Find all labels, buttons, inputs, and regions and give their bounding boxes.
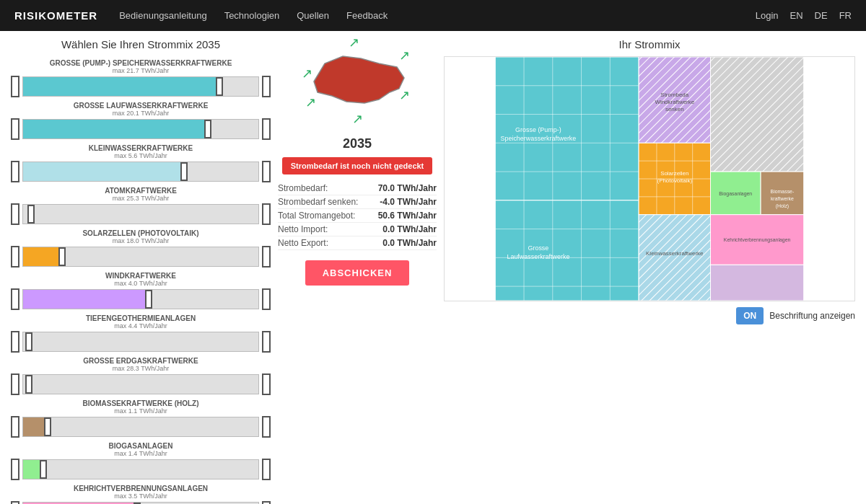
slider-sub-biomasse: max 1.1 TWh/Jahr: [11, 407, 271, 415]
nav-login[interactable]: Login: [756, 10, 779, 21]
slider-sub-kehrricht: max 3.5 TWh/Jahr: [11, 492, 271, 500]
slider-bar-solar[interactable]: [22, 247, 259, 267]
slider-label-klein: KLEINWASSERKRAFTWERKE: [11, 144, 271, 152]
svg-rect-49: [711, 57, 804, 172]
svg-text:↗: ↗: [305, 95, 316, 110]
slider-track-tief: [11, 331, 271, 353]
slider-bar-biogas[interactable]: [22, 459, 259, 479]
slider-thumb-pump[interactable]: [216, 77, 223, 96]
slider-label-biomasse: BIOMASSEKRAFTWERKE (HOLZ): [11, 399, 271, 407]
treemap-svg: Grosse (Pump-) Speicherwasserkraftwerke …: [445, 57, 854, 301]
slider-label-lauf: GROSSE LAUFWASSERKRAFTWERKE: [11, 102, 271, 110]
slider-handle-right-atom[interactable]: [262, 203, 271, 225]
svg-text:(Photovoltaik): (Photovoltaik): [657, 177, 693, 184]
slider-handle-right-wind[interactable]: [262, 288, 271, 310]
slider-bar-atom[interactable]: [22, 204, 259, 224]
slider-handle-right-lauf[interactable]: [262, 118, 271, 140]
slider-handle-left-erdgas[interactable]: [11, 373, 19, 395]
center-panel: ↗ ↗ ↗ ↗ ↗ ↗ 2035 Strombedarf ist noch ni…: [278, 38, 437, 504]
svg-rect-58: [711, 265, 804, 301]
slider-handle-right-tief[interactable]: [262, 331, 271, 353]
slider-handle-left-klein[interactable]: [11, 161, 19, 182]
slider-bar-pump[interactable]: [22, 76, 259, 97]
slider-thumb-biomasse[interactable]: [44, 417, 51, 436]
svg-text:Kehrichtverbrennungsanlagen: Kehrichtverbrennungsanlagen: [724, 237, 791, 243]
slider-sub-wind: max 4.0 TWh/Jahr: [11, 280, 271, 287]
slider-handle-left-pump[interactable]: [11, 76, 19, 97]
slider-thumb-tief[interactable]: [25, 332, 32, 351]
slider-handle-left-biogas[interactable]: [11, 459, 19, 480]
slider-thumb-wind[interactable]: [145, 290, 152, 309]
slider-handle-left-atom[interactable]: [11, 203, 19, 225]
slider-handle-left-wind[interactable]: [11, 288, 19, 310]
slider-handle-right-pump[interactable]: [262, 76, 271, 97]
stats-label-3: Netto Import:: [278, 224, 328, 234]
slider-thumb-erdgas[interactable]: [25, 375, 32, 394]
treemap-container: Grosse (Pump-) Speicherwasserkraftwerke …: [444, 56, 855, 301]
stats-label-1: Strombedarf senken:: [278, 197, 358, 207]
slider-thumb-atom[interactable]: [27, 205, 35, 224]
svg-text:Windkraftwerke: Windkraftwerke: [655, 99, 694, 105]
stats-value-3: 0.0 TWh/Jahr: [382, 224, 437, 234]
stats-row-3: Netto Import: 0.0 TWh/Jahr: [278, 223, 437, 236]
nav-lang-en[interactable]: EN: [790, 10, 803, 21]
slider-handle-right-biogas[interactable]: [262, 459, 271, 480]
stats-label-0: Strombedarf:: [278, 183, 328, 193]
stats-row-1: Strombedarf senken: -4.0 TWh/Jahr: [278, 195, 437, 209]
slider-handle-left-biomasse[interactable]: [11, 416, 19, 438]
submit-button[interactable]: ABSCHICKEN: [305, 260, 410, 286]
nav-lang-fr[interactable]: FR: [839, 10, 852, 21]
svg-text:Grosse (Pump-): Grosse (Pump-): [515, 126, 561, 133]
slider-sub-klein: max 5.6 TWh/Jahr: [11, 152, 271, 159]
on-toggle-right[interactable]: ON: [736, 307, 764, 324]
nav-quellen[interactable]: Quellen: [297, 10, 329, 21]
slider-label-kehrricht: KEHRICHTVERBRENNUNGSANLAGEN: [11, 485, 271, 492]
right-panel: Ihr Strommix Grosse (Pump-) Speicherwass…: [444, 38, 855, 504]
slider-handle-right-kehrricht[interactable]: [262, 501, 271, 504]
nav-feedback[interactable]: Feedback: [346, 10, 388, 21]
nav-right: Login EN DE FR: [756, 10, 852, 21]
slider-bar-lauf[interactable]: [22, 119, 259, 139]
slider-handle-left-tief[interactable]: [11, 331, 19, 353]
slider-handle-left-lauf[interactable]: [11, 118, 19, 140]
slider-row-biomasse: BIOMASSEKRAFTWERKE (HOLZ) max 1.1 TWh/Ja…: [11, 399, 271, 438]
nav-technologien[interactable]: Technologien: [224, 10, 280, 21]
svg-rect-18: [495, 200, 639, 301]
slider-bar-wind[interactable]: [22, 289, 259, 309]
slider-bar-klein[interactable]: [22, 162, 259, 182]
slider-thumb-lauf[interactable]: [204, 120, 211, 138]
stats-value-0: 70.0 TWh/Jahr: [378, 183, 437, 193]
svg-text:Grosse: Grosse: [528, 244, 549, 252]
right-bottom: ON Beschriftung anzeigen: [444, 307, 855, 324]
svg-text:Laufwasserkraftwerke: Laufwasserkraftwerke: [507, 253, 569, 260]
slider-fill-lauf: [23, 120, 211, 138]
slider-handle-right-klein[interactable]: [262, 161, 271, 182]
slider-thumb-klein[interactable]: [180, 162, 188, 181]
navbar: RISIKOMETER Bedienungsanleitung Technolo…: [0, 0, 866, 31]
slider-bar-tief[interactable]: [22, 332, 259, 352]
stats-value-2: 50.6 TWh/Jahr: [378, 211, 437, 221]
slider-handle-right-erdgas[interactable]: [262, 373, 271, 395]
stats-label-2: Total Stromangebot:: [278, 211, 355, 221]
slider-handle-left-kehrricht[interactable]: [11, 501, 19, 504]
slider-track-biomasse: [11, 416, 271, 438]
slider-thumb-solar[interactable]: [58, 247, 66, 266]
slider-row-biogas: BIOGASANLAGEN max 1.4 TWh/Jahr: [11, 442, 271, 480]
slider-handle-right-biomasse[interactable]: [262, 416, 271, 438]
slider-handle-right-solar[interactable]: [262, 246, 271, 268]
slider-track-klein: [11, 161, 271, 182]
brand-logo: RISIKOMETER: [14, 9, 97, 22]
nav-lang-de[interactable]: DE: [815, 10, 828, 21]
slider-track-wind: [11, 288, 271, 310]
svg-text:Biomasse-: Biomasse-: [771, 189, 795, 194]
slider-bar-biomasse[interactable]: [22, 417, 259, 437]
stats-row-4: Netto Export: 0.0 TWh/Jahr: [278, 236, 437, 250]
switzerland-map: ↗ ↗ ↗ ↗ ↗ ↗: [292, 38, 422, 132]
slider-thumb-biogas[interactable]: [40, 460, 47, 479]
slider-sub-pump: max 21.7 TWh/Jahr: [11, 67, 271, 74]
nav-bedienungsanleitung[interactable]: Bedienungsanleitung: [119, 10, 206, 21]
stats-value-1: -4.0 TWh/Jahr: [380, 197, 437, 207]
slider-bar-erdgas[interactable]: [22, 374, 259, 394]
svg-text:↗: ↗: [349, 38, 359, 50]
slider-handle-left-solar[interactable]: [11, 246, 19, 268]
